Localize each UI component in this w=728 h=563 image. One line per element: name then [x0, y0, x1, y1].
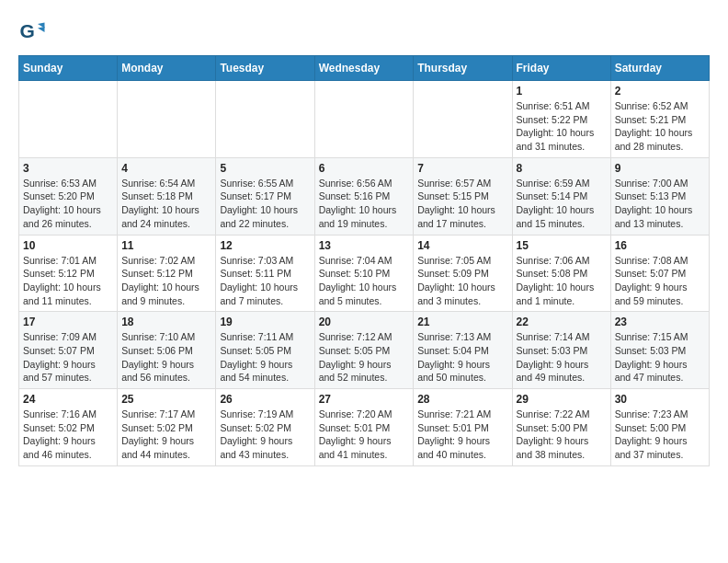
- day-info: Sunrise: 6:56 AM Sunset: 5:16 PM Dayligh…: [319, 177, 410, 231]
- day-number: 14: [417, 239, 507, 252]
- week-row-1: 1Sunrise: 6:51 AM Sunset: 5:22 PM Daylig…: [19, 81, 710, 158]
- weekday-header-row: SundayMondayTuesdayWednesdayThursdayFrid…: [19, 56, 710, 81]
- day-info: Sunrise: 7:22 AM Sunset: 5:00 PM Dayligh…: [517, 408, 607, 462]
- day-number: 24: [23, 393, 113, 406]
- day-number: 2: [615, 85, 705, 98]
- day-number: 5: [220, 162, 310, 175]
- day-number: 7: [417, 162, 507, 175]
- calendar-cell: 24Sunrise: 7:16 AM Sunset: 5:02 PM Dayli…: [19, 389, 118, 466]
- day-number: 22: [517, 316, 607, 328]
- day-number: 12: [220, 239, 310, 252]
- day-info: Sunrise: 7:12 AM Sunset: 5:05 PM Dayligh…: [319, 330, 410, 385]
- day-number: 28: [417, 393, 507, 406]
- day-info: Sunrise: 7:19 AM Sunset: 5:02 PM Dayligh…: [220, 408, 310, 462]
- calendar-cell: 9Sunrise: 7:00 AM Sunset: 5:13 PM Daylig…: [610, 157, 709, 235]
- calendar-cell: 4Sunrise: 6:54 AM Sunset: 5:18 PM Daylig…: [118, 157, 216, 235]
- day-number: 8: [517, 162, 607, 175]
- day-number: 21: [417, 316, 507, 328]
- day-info: Sunrise: 7:01 AM Sunset: 5:12 PM Dayligh…: [23, 254, 113, 308]
- calendar-cell: 27Sunrise: 7:20 AM Sunset: 5:01 PM Dayli…: [314, 389, 414, 466]
- day-number: 18: [121, 316, 211, 328]
- calendar-cell: 14Sunrise: 7:05 AM Sunset: 5:09 PM Dayli…: [414, 235, 512, 312]
- day-info: Sunrise: 7:10 AM Sunset: 5:06 PM Dayligh…: [121, 330, 211, 385]
- calendar-cell: 26Sunrise: 7:19 AM Sunset: 5:02 PM Dayli…: [216, 389, 314, 466]
- day-number: 23: [615, 316, 705, 328]
- day-number: 17: [23, 316, 113, 328]
- calendar-cell: 20Sunrise: 7:12 AM Sunset: 5:05 PM Dayli…: [314, 312, 414, 389]
- calendar-cell: 29Sunrise: 7:22 AM Sunset: 5:00 PM Dayli…: [512, 389, 610, 466]
- calendar-cell: 22Sunrise: 7:14 AM Sunset: 5:03 PM Dayli…: [512, 312, 610, 389]
- calendar-cell: 23Sunrise: 7:15 AM Sunset: 5:03 PM Dayli…: [610, 312, 709, 389]
- day-info: Sunrise: 6:55 AM Sunset: 5:17 PM Dayligh…: [220, 177, 310, 231]
- day-info: Sunrise: 7:21 AM Sunset: 5:01 PM Dayligh…: [417, 408, 507, 462]
- day-info: Sunrise: 7:09 AM Sunset: 5:07 PM Dayligh…: [23, 330, 113, 385]
- day-number: 11: [121, 239, 211, 252]
- day-info: Sunrise: 7:08 AM Sunset: 5:07 PM Dayligh…: [615, 254, 705, 308]
- calendar-cell: 2Sunrise: 6:52 AM Sunset: 5:21 PM Daylig…: [610, 81, 709, 158]
- calendar-table: SundayMondayTuesdayWednesdayThursdayFrid…: [18, 55, 710, 466]
- day-info: Sunrise: 7:16 AM Sunset: 5:02 PM Dayligh…: [23, 408, 113, 462]
- week-row-2: 3Sunrise: 6:53 AM Sunset: 5:20 PM Daylig…: [19, 157, 710, 235]
- calendar-cell: 18Sunrise: 7:10 AM Sunset: 5:06 PM Dayli…: [118, 312, 216, 389]
- calendar-cell: [118, 81, 216, 158]
- calendar-cell: 8Sunrise: 6:59 AM Sunset: 5:14 PM Daylig…: [512, 157, 610, 235]
- day-info: Sunrise: 7:13 AM Sunset: 5:04 PM Dayligh…: [417, 330, 507, 385]
- calendar-cell: 21Sunrise: 7:13 AM Sunset: 5:04 PM Dayli…: [414, 312, 512, 389]
- day-info: Sunrise: 7:17 AM Sunset: 5:02 PM Dayligh…: [121, 408, 211, 462]
- day-info: Sunrise: 6:53 AM Sunset: 5:20 PM Dayligh…: [23, 177, 113, 231]
- calendar-cell: 1Sunrise: 6:51 AM Sunset: 5:22 PM Daylig…: [512, 81, 610, 158]
- day-info: Sunrise: 7:14 AM Sunset: 5:03 PM Dayligh…: [517, 330, 607, 385]
- day-number: 26: [220, 393, 310, 406]
- day-info: Sunrise: 6:54 AM Sunset: 5:18 PM Dayligh…: [121, 177, 211, 231]
- logo-icon: G: [18, 18, 46, 46]
- day-number: 1: [517, 85, 607, 98]
- weekday-header-sunday: Sunday: [19, 56, 118, 81]
- day-number: 6: [319, 162, 410, 175]
- calendar-cell: 15Sunrise: 7:06 AM Sunset: 5:08 PM Dayli…: [512, 235, 610, 312]
- day-number: 15: [517, 239, 607, 252]
- day-info: Sunrise: 6:57 AM Sunset: 5:15 PM Dayligh…: [417, 177, 507, 231]
- day-number: 16: [615, 239, 705, 252]
- day-info: Sunrise: 7:04 AM Sunset: 5:10 PM Dayligh…: [319, 254, 410, 308]
- weekday-header-tuesday: Tuesday: [216, 56, 314, 81]
- day-number: 13: [319, 239, 410, 252]
- day-info: Sunrise: 7:03 AM Sunset: 5:11 PM Dayligh…: [220, 254, 310, 308]
- day-info: Sunrise: 7:00 AM Sunset: 5:13 PM Dayligh…: [615, 177, 705, 231]
- week-row-5: 24Sunrise: 7:16 AM Sunset: 5:02 PM Dayli…: [19, 389, 710, 466]
- calendar-cell: [414, 81, 512, 158]
- calendar-cell: 17Sunrise: 7:09 AM Sunset: 5:07 PM Dayli…: [19, 312, 118, 389]
- calendar-cell: 5Sunrise: 6:55 AM Sunset: 5:17 PM Daylig…: [216, 157, 314, 235]
- day-info: Sunrise: 7:02 AM Sunset: 5:12 PM Dayligh…: [121, 254, 211, 308]
- calendar-cell: 11Sunrise: 7:02 AM Sunset: 5:12 PM Dayli…: [118, 235, 216, 312]
- weekday-header-monday: Monday: [118, 56, 216, 81]
- svg-text:G: G: [20, 20, 35, 41]
- day-number: 25: [121, 393, 211, 406]
- day-number: 29: [517, 393, 607, 406]
- calendar-cell: [19, 81, 118, 158]
- day-number: 30: [615, 393, 705, 406]
- day-info: Sunrise: 6:52 AM Sunset: 5:21 PM Dayligh…: [615, 99, 705, 154]
- calendar-cell: 12Sunrise: 7:03 AM Sunset: 5:11 PM Dayli…: [216, 235, 314, 312]
- day-number: 9: [615, 162, 705, 175]
- day-info: Sunrise: 7:23 AM Sunset: 5:00 PM Dayligh…: [615, 408, 705, 462]
- day-number: 20: [319, 316, 410, 328]
- day-info: Sunrise: 6:51 AM Sunset: 5:22 PM Dayligh…: [517, 99, 607, 154]
- day-info: Sunrise: 7:15 AM Sunset: 5:03 PM Dayligh…: [615, 330, 705, 385]
- weekday-header-wednesday: Wednesday: [314, 56, 414, 81]
- day-info: Sunrise: 7:11 AM Sunset: 5:05 PM Dayligh…: [220, 330, 310, 385]
- day-info: Sunrise: 7:05 AM Sunset: 5:09 PM Dayligh…: [417, 254, 507, 308]
- week-row-3: 10Sunrise: 7:01 AM Sunset: 5:12 PM Dayli…: [19, 235, 710, 312]
- day-info: Sunrise: 6:59 AM Sunset: 5:14 PM Dayligh…: [517, 177, 607, 231]
- weekday-header-saturday: Saturday: [610, 56, 709, 81]
- calendar-cell: 10Sunrise: 7:01 AM Sunset: 5:12 PM Dayli…: [19, 235, 118, 312]
- week-row-4: 17Sunrise: 7:09 AM Sunset: 5:07 PM Dayli…: [19, 312, 710, 389]
- day-number: 3: [23, 162, 113, 175]
- calendar-cell: 16Sunrise: 7:08 AM Sunset: 5:07 PM Dayli…: [610, 235, 709, 312]
- svg-marker-2: [38, 27, 45, 32]
- calendar-cell: 6Sunrise: 6:56 AM Sunset: 5:16 PM Daylig…: [314, 157, 414, 235]
- calendar-cell: 13Sunrise: 7:04 AM Sunset: 5:10 PM Dayli…: [314, 235, 414, 312]
- calendar-cell: 30Sunrise: 7:23 AM Sunset: 5:00 PM Dayli…: [610, 389, 709, 466]
- calendar-cell: [314, 81, 414, 158]
- day-info: Sunrise: 7:06 AM Sunset: 5:08 PM Dayligh…: [517, 254, 607, 308]
- calendar-cell: [216, 81, 314, 158]
